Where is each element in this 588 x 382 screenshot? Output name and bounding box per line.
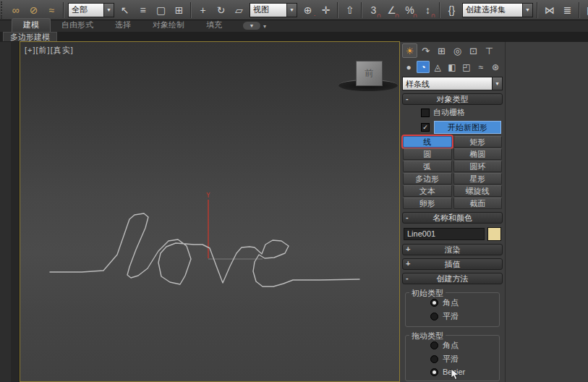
rendering-rollout-bar[interactable]: + 渲染 [402,244,503,255]
name-color-rollout-bar[interactable]: - 名称和颜色 [402,212,503,224]
select-move-icon[interactable]: + [194,1,212,19]
object-name-field[interactable]: Line001 [404,228,485,240]
link-icon[interactable]: ∞ [7,1,25,19]
toolbar-separator [537,2,538,18]
drag-type-label-平滑: 平滑 [443,354,459,365]
percent-snap-icon-accent: ∩ [413,12,417,18]
window-crossing-icon[interactable]: ⊞ [170,1,188,19]
create-tab[interactable]: ☀ [402,43,417,58]
chevron-down-icon[interactable]: ▾ [263,23,266,30]
name-color-rollout: - 名称和颜色 Line001 [402,212,503,241]
select-by-name-icon[interactable]: ≡ [134,1,152,19]
y-axis-label: Y [206,192,210,199]
unlink-icon[interactable]: ⊘ [25,1,43,19]
drag-type-radio-Bezier[interactable] [430,368,438,376]
viewport-front[interactable]: [+][前][真实] Y 前 [20,41,400,382]
ribbon-tab-选择[interactable]: 选择 [104,19,142,32]
object-color-swatch[interactable] [487,227,501,241]
shape-button-卵形[interactable]: 卵形 [403,198,452,209]
snap-toggle-3d-icon-accent: ∩ [377,12,381,18]
creation-method-rollout-bar[interactable]: - 创建方法 [402,273,503,284]
select-manipulate-icon[interactable]: ✛ [317,1,335,19]
spacewarps-icon[interactable]: ≈ [474,61,487,73]
initial-type-radio-平滑[interactable] [430,313,438,321]
start-new-shape-checkbox[interactable]: ✓ [421,123,430,132]
motion-tab[interactable]: ◎ [450,43,465,58]
helpers-icon[interactable]: ◰ [460,61,473,73]
ribbon-tab-自由形式[interactable]: 自由形式 [51,19,104,32]
shape-button-文本[interactable]: 文本 [403,185,452,197]
create-subcategories: ●◔◬◧◰≈⊛ [400,58,505,75]
initial-type-label-平滑: 平滑 [443,311,459,322]
cameras-icon[interactable]: ◧ [446,61,459,73]
drag-type-label-角点: 角点 [443,340,459,351]
toolbar-grip[interactable] [1,1,5,19]
object-type-rollout-bar[interactable]: - 对象类型 [402,93,503,105]
shape-button-椭圆[interactable]: 椭圆 [453,148,503,160]
collapse-icon: - [406,273,409,283]
toolbar-separator [579,2,580,18]
shape-button-星形[interactable]: 星形 [453,173,503,184]
tab-polygon-modeling[interactable]: 多边形建模 [3,32,57,41]
start-new-shape-button[interactable]: 开始新图形 [434,121,501,134]
named-selection-sets-icon[interactable]: {} [443,1,461,19]
ribbon-minimize-button[interactable]: ▼ [243,22,260,30]
creation-method-title: 创建方法 [403,274,502,284]
selection-filter-dropdown[interactable]: 全部▼ [68,3,114,17]
utilities-tab[interactable]: ⊤ [482,43,497,58]
snap-toggle-3d-icon[interactable]: 3∩ [365,1,383,19]
layer-manager-icon[interactable]: ▤ [582,1,588,19]
select-scale-icon[interactable]: ▱ [230,1,248,19]
shape-button-弧[interactable]: 弧 [403,161,452,172]
reference-coordinate-dropdown-value: 视图 [250,4,286,17]
mirror-icon[interactable]: ⋈ [540,1,558,19]
angle-snap-icon[interactable]: ∠∩ [383,1,401,19]
command-panel-tabs: ☀↷⊞◎⊡⊤ [400,42,505,58]
ribbon-collapsed-strip [0,42,20,382]
geometry-icon[interactable]: ● [402,61,415,73]
viewcube[interactable]: 前 [356,61,383,86]
interpolation-rollout-bar[interactable]: + 插值 [402,258,503,270]
autogrid-checkbox[interactable] [421,109,430,117]
mouse-cursor [451,368,459,382]
interpolation-rollout: + 插值 [402,258,503,270]
selection-region-icon[interactable]: ▢ [152,1,170,19]
shape-button-截面[interactable]: 截面 [453,198,503,209]
shape-category-dropdown[interactable]: 样条线 ▼ [402,77,503,90]
spinner-snap-icon-accent: ∩ [431,12,435,18]
shape-button-圆[interactable]: 圆 [403,148,452,160]
shape-button-圆环[interactable]: 圆环 [453,161,503,172]
select-rotate-icon[interactable]: ↻ [212,1,230,19]
hierarchy-tab[interactable]: ⊞ [434,43,449,58]
named-selection-set-dropdown[interactable]: 创建选择集▼ [462,3,533,17]
shapes-icon[interactable]: ◔ [417,61,430,73]
keyboard-override-icon[interactable]: ⇧ [341,1,359,19]
shape-button-线[interactable]: 线 [403,136,452,148]
initial-type-radio-角点[interactable] [430,299,438,307]
align-icon[interactable]: ≣ [558,1,576,19]
shape-button-矩形[interactable]: 矩形 [453,136,503,148]
love-spline [50,213,359,286]
ribbon-panel-row: 多边形建模 [0,32,588,42]
percent-snap-icon[interactable]: %∩ [401,1,419,19]
shape-button-螺旋线[interactable]: 螺旋线 [453,185,503,197]
drag-type-radio-角点[interactable] [430,341,438,349]
collapse-icon: - [406,94,409,103]
expand-icon: + [406,245,410,254]
use-center-icon[interactable]: ⊕∙ [299,1,317,19]
initial-type-option-平滑: 平滑 [407,310,498,323]
shape-button-多边形[interactable]: 多边形 [403,173,452,184]
spinner-snap-icon[interactable]: ↕∩ [419,1,437,19]
systems-icon[interactable]: ⊛ [489,61,502,73]
reference-coordinate-dropdown[interactable]: 视图▼ [250,3,297,17]
modify-tab[interactable]: ↷ [418,43,433,58]
ribbon-tab-建模[interactable]: 建模 [12,18,51,32]
lights-icon[interactable]: ◬ [431,61,444,73]
drag-type-radio-平滑[interactable] [430,355,438,363]
ribbon-tab-对象绘制[interactable]: 对象绘制 [142,19,195,32]
select-object-icon[interactable]: ↖ [116,1,134,19]
ribbon-tab-填充[interactable]: 填充 [195,19,233,32]
bind-to-spacewarp-icon[interactable]: ≈ [43,1,61,19]
display-tab[interactable]: ⊡ [466,43,481,58]
viewport-canvas[interactable]: Y [20,42,399,381]
